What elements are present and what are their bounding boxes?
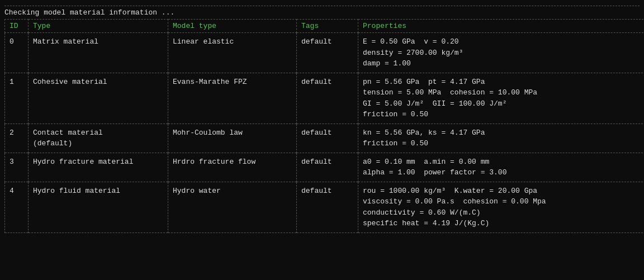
cell-properties: rou = 1000.00 kg/m³ K.water = 20.00 Gpa … bbox=[358, 182, 645, 232]
cell-properties: a0 = 0.10 mm a.min = 0.00 mm alpha = 1.0… bbox=[358, 153, 645, 182]
col-header-type: Type bbox=[29, 20, 168, 33]
cell-tags: default bbox=[297, 73, 358, 124]
cell-id: 2 bbox=[5, 124, 29, 153]
table-row: 1Cohesive materialEvans-Marathe FPZdefau… bbox=[5, 73, 645, 124]
cell-id: 0 bbox=[5, 33, 29, 73]
cell-tags: default bbox=[297, 33, 358, 73]
cell-model-type: Mohr-Coulomb law bbox=[168, 124, 297, 153]
cell-properties: E = 0.50 GPa v = 0.20 density = 2700.00 … bbox=[358, 33, 645, 73]
cell-type: Matrix material bbox=[29, 33, 168, 73]
table-row: 3Hydro fracture materialHrdro fracture f… bbox=[5, 153, 645, 182]
cell-id: 3 bbox=[5, 153, 29, 182]
col-header-properties: Properties bbox=[358, 20, 645, 33]
cell-type: Cohesive material bbox=[29, 73, 168, 124]
table-row: 2Contact material (default)Mohr-Coulomb … bbox=[5, 124, 645, 153]
cell-properties: kn = 5.56 GPa, ks = 4.17 GPa friction = … bbox=[358, 124, 645, 153]
cell-model-type: Hrdro fracture flow bbox=[168, 153, 297, 182]
checking-text: Checking model material information ... bbox=[4, 8, 174, 17]
cell-tags: default bbox=[297, 182, 358, 232]
col-header-id: ID bbox=[5, 20, 29, 33]
cell-model-type: Hydro water bbox=[168, 182, 297, 232]
cell-id: 4 bbox=[5, 182, 29, 232]
cell-type: Hydro fluid material bbox=[29, 182, 168, 232]
checking-line: Checking model material information ... bbox=[4, 6, 640, 19]
cell-model-type: Linear elastic bbox=[168, 33, 297, 73]
cell-id: 1 bbox=[5, 73, 29, 124]
col-header-model-type: Model type bbox=[168, 20, 297, 33]
material-table: ID Type Model type Tags Properties 0Matr… bbox=[4, 19, 644, 233]
terminal-window: Checking model material information ... … bbox=[0, 3, 644, 235]
cell-type: Contact material (default) bbox=[29, 124, 168, 153]
cell-tags: default bbox=[297, 124, 358, 153]
cell-model-type: Evans-Marathe FPZ bbox=[168, 73, 297, 124]
table-header-row: ID Type Model type Tags Properties bbox=[5, 20, 645, 33]
cell-tags: default bbox=[297, 153, 358, 182]
table-row: 4Hydro fluid materialHydro waterdefaultr… bbox=[5, 182, 645, 232]
col-header-tags: Tags bbox=[297, 20, 358, 33]
cell-type: Hydro fracture material bbox=[29, 153, 168, 182]
table-row: 0Matrix materialLinear elasticdefaultE =… bbox=[5, 33, 645, 73]
cell-properties: pn = 5.56 GPa pt = 4.17 GPa tension = 5.… bbox=[358, 73, 645, 124]
